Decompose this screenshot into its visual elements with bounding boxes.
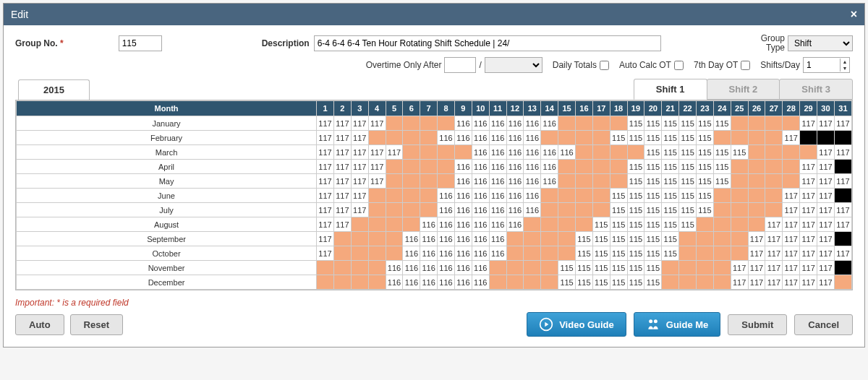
schedule-cell[interactable]: 115: [575, 261, 592, 275]
schedule-cell[interactable]: 117: [800, 275, 817, 290]
schedule-cell[interactable]: [575, 145, 592, 160]
schedule-cell[interactable]: 115: [644, 174, 662, 189]
schedule-cell[interactable]: [662, 261, 679, 275]
schedule-cell[interactable]: [765, 160, 783, 174]
schedule-cell[interactable]: [748, 116, 765, 131]
schedule-cell[interactable]: 115: [575, 246, 592, 261]
schedule-cell[interactable]: 115: [713, 145, 731, 160]
schedule-cell[interactable]: [351, 261, 368, 275]
schedule-cell[interactable]: 117: [333, 131, 351, 145]
schedule-cell[interactable]: 115: [644, 116, 662, 131]
schedule-cell[interactable]: 117: [351, 160, 368, 174]
schedule-cell[interactable]: [438, 116, 455, 131]
schedule-cell[interactable]: 117: [386, 145, 403, 160]
schedule-cell[interactable]: 115: [644, 189, 662, 203]
schedule-cell[interactable]: 116: [420, 217, 438, 232]
schedule-cell[interactable]: 117: [731, 275, 748, 290]
schedule-cell[interactable]: [438, 145, 455, 160]
schedule-cell[interactable]: 115: [644, 203, 662, 217]
schedule-cell[interactable]: 116: [524, 174, 541, 189]
schedule-cell[interactable]: [679, 275, 697, 290]
schedule-cell[interactable]: 116: [489, 160, 506, 174]
schedule-cell[interactable]: [386, 174, 403, 189]
schedule-cell[interactable]: 116: [386, 261, 403, 275]
schedule-cell[interactable]: 115: [575, 232, 592, 246]
schedule-cell[interactable]: 117: [368, 145, 386, 160]
schedule-cell[interactable]: 117: [351, 131, 368, 145]
schedule-cell[interactable]: [524, 261, 541, 275]
schedule-cell[interactable]: 116: [472, 246, 489, 261]
schedule-cell[interactable]: [420, 203, 438, 217]
schedule-cell[interactable]: [713, 189, 731, 203]
submit-button[interactable]: Submit: [728, 314, 787, 335]
schedule-cell[interactable]: [731, 203, 748, 217]
schedule-cell[interactable]: 116: [454, 116, 472, 131]
schedule-cell[interactable]: 115: [610, 131, 627, 145]
schedule-cell[interactable]: 116: [420, 246, 438, 261]
schedule-cell[interactable]: 117: [317, 246, 334, 261]
schedule-cell[interactable]: 116: [541, 174, 558, 189]
schedule-cell[interactable]: [697, 275, 714, 290]
schedule-cell[interactable]: [403, 189, 420, 203]
schedule-cell[interactable]: [541, 217, 558, 232]
schedule-cell[interactable]: 117: [783, 232, 800, 246]
schedule-cell[interactable]: [541, 189, 558, 203]
schedule-cell[interactable]: 115: [697, 160, 714, 174]
schedule-cell[interactable]: 117: [817, 246, 835, 261]
schedule-cell[interactable]: [333, 275, 351, 290]
schedule-cell[interactable]: 116: [472, 160, 489, 174]
auto-calc-ot-checkbox[interactable]: [674, 61, 684, 70]
schedule-cell[interactable]: [558, 160, 576, 174]
schedule-cell[interactable]: 117: [765, 217, 783, 232]
schedule-cell[interactable]: 117: [783, 131, 800, 145]
schedule-cell[interactable]: 116: [454, 203, 472, 217]
schedule-cell[interactable]: [575, 174, 592, 189]
schedule-cell[interactable]: 115: [644, 160, 662, 174]
schedule-cell[interactable]: 116: [438, 189, 455, 203]
schedule-cell[interactable]: 117: [368, 160, 386, 174]
schedule-cell[interactable]: 116: [524, 131, 541, 145]
schedule-cell[interactable]: [748, 217, 765, 232]
schedule-cell[interactable]: 117: [317, 145, 334, 160]
schedule-cell[interactable]: 117: [748, 246, 765, 261]
schedule-cell[interactable]: 115: [610, 261, 627, 275]
schedule-cell[interactable]: [575, 131, 592, 145]
schedule-cell[interactable]: 115: [662, 116, 679, 131]
schedule-cell[interactable]: 117: [783, 246, 800, 261]
schedule-cell[interactable]: 117: [765, 232, 783, 246]
schedule-cell[interactable]: 117: [834, 217, 851, 232]
schedule-cell[interactable]: 117: [333, 174, 351, 189]
schedule-cell[interactable]: 116: [472, 145, 489, 160]
schedule-cell[interactable]: 116: [524, 189, 541, 203]
schedule-cell[interactable]: [783, 116, 800, 131]
schedule-cell[interactable]: [368, 232, 386, 246]
overtime-hours-input[interactable]: [444, 57, 476, 73]
shift-tab-3[interactable]: Shift 3: [779, 79, 853, 100]
schedule-cell[interactable]: 117: [351, 145, 368, 160]
schedule-cell[interactable]: 116: [506, 203, 524, 217]
schedule-cell[interactable]: 116: [454, 189, 472, 203]
schedule-cell[interactable]: 116: [454, 246, 472, 261]
schedule-cell[interactable]: [592, 160, 610, 174]
schedule-cell[interactable]: 115: [644, 246, 662, 261]
schedule-cell[interactable]: 116: [558, 145, 576, 160]
schedule-cell[interactable]: 115: [697, 174, 714, 189]
schedule-cell[interactable]: [368, 217, 386, 232]
schedule-cell[interactable]: [368, 203, 386, 217]
shifts-day-stepper[interactable]: ▲ ▼: [803, 57, 850, 73]
schedule-cell[interactable]: 116: [454, 275, 472, 290]
schedule-cell[interactable]: [748, 145, 765, 160]
schedule-cell[interactable]: 116: [489, 246, 506, 261]
schedule-cell[interactable]: 116: [489, 145, 506, 160]
schedule-cell[interactable]: 115: [592, 275, 610, 290]
schedule-cell[interactable]: [713, 275, 731, 290]
schedule-cell[interactable]: [386, 246, 403, 261]
shift-tab-2[interactable]: Shift 2: [707, 79, 780, 100]
schedule-cell[interactable]: [386, 131, 403, 145]
schedule-cell[interactable]: [524, 232, 541, 246]
schedule-cell[interactable]: 116: [472, 261, 489, 275]
schedule-cell[interactable]: [748, 174, 765, 189]
schedule-cell[interactable]: [697, 232, 714, 246]
schedule-cell[interactable]: [592, 145, 610, 160]
schedule-cell[interactable]: 115: [713, 116, 731, 131]
